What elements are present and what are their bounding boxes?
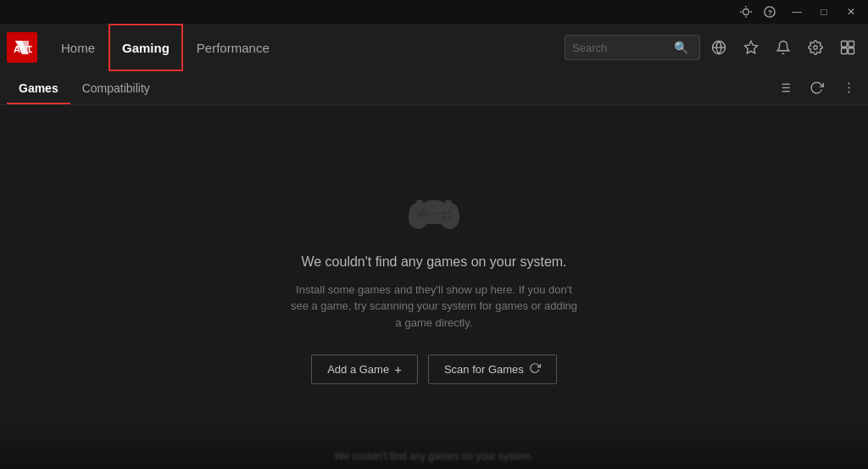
add-icon: +: [394, 362, 402, 377]
nav-bar: AMD Home Gaming Performance 🔍: [0, 24, 868, 71]
empty-desc: Install some games and they'll show up h…: [290, 282, 578, 332]
svg-marker-10: [745, 42, 758, 53]
svg-rect-32: [435, 212, 438, 215]
scan-games-button[interactable]: Scan for Games: [428, 355, 557, 384]
search-input[interactable]: [572, 42, 674, 54]
add-game-button[interactable]: Add a Game +: [311, 355, 418, 384]
bottom-hint: We couldn't find any games on your syste…: [0, 418, 868, 469]
profile-icon[interactable]: [834, 34, 861, 61]
global-icon[interactable]: [705, 34, 732, 61]
bug-icon[interactable]: [736, 0, 756, 24]
nav-performance[interactable]: Performance: [183, 24, 283, 71]
svg-point-22: [848, 82, 849, 84]
notification-icon[interactable]: [770, 34, 797, 61]
bottom-hint-text: We couldn't find any games on your syste…: [335, 450, 534, 462]
svg-point-34: [439, 205, 446, 212]
svg-rect-15: [849, 48, 854, 54]
nav-home[interactable]: Home: [47, 24, 108, 71]
svg-text:?: ?: [768, 8, 772, 17]
help-icon[interactable]: ?: [760, 0, 780, 24]
bookmark-icon[interactable]: [737, 34, 765, 61]
empty-title: We couldn't find any games on your syste…: [301, 254, 566, 270]
svg-point-29: [442, 215, 447, 220]
svg-rect-13: [849, 42, 854, 47]
action-buttons: Add a Game + Scan for Games: [311, 355, 557, 384]
nav-right: 🔍: [565, 34, 861, 61]
title-bar: ? — □ ✕: [0, 0, 868, 24]
tab-games[interactable]: Games: [7, 71, 70, 104]
svg-point-11: [814, 46, 818, 50]
svg-text:AMD: AMD: [14, 44, 32, 54]
refresh-icon[interactable]: [804, 75, 829, 101]
svg-point-33: [422, 216, 429, 223]
svg-point-28: [448, 210, 452, 215]
search-icon: 🔍: [674, 41, 688, 54]
sub-nav-left: Games Compatibility: [7, 71, 162, 104]
sub-nav-right: [771, 75, 861, 101]
svg-rect-12: [842, 42, 848, 47]
close-button[interactable]: ✕: [837, 0, 865, 24]
nav-links: Home Gaming Performance: [47, 24, 565, 71]
gamepad-icon: [407, 190, 461, 234]
svg-rect-14: [842, 48, 848, 54]
minimize-button[interactable]: —: [783, 0, 810, 24]
svg-rect-31: [431, 212, 434, 215]
sub-nav: Games Compatibility: [0, 71, 868, 105]
svg-point-24: [848, 91, 849, 92]
svg-point-0: [743, 9, 749, 15]
more-options-icon[interactable]: [836, 75, 861, 101]
amd-logo[interactable]: AMD: [7, 32, 37, 63]
list-view-icon[interactable]: [771, 75, 797, 101]
content-area: We couldn't find any games on your syste…: [0, 105, 868, 469]
search-box[interactable]: 🔍: [565, 35, 700, 60]
scan-icon: [529, 362, 541, 377]
add-game-label: Add a Game: [327, 363, 389, 376]
nav-gaming[interactable]: Gaming: [108, 24, 183, 71]
settings-icon[interactable]: [802, 34, 829, 61]
maximize-button[interactable]: □: [810, 0, 837, 24]
tab-compatibility[interactable]: Compatibility: [70, 71, 162, 104]
scan-label: Scan for Games: [444, 363, 524, 376]
svg-point-30: [448, 215, 452, 220]
svg-point-23: [848, 87, 849, 88]
